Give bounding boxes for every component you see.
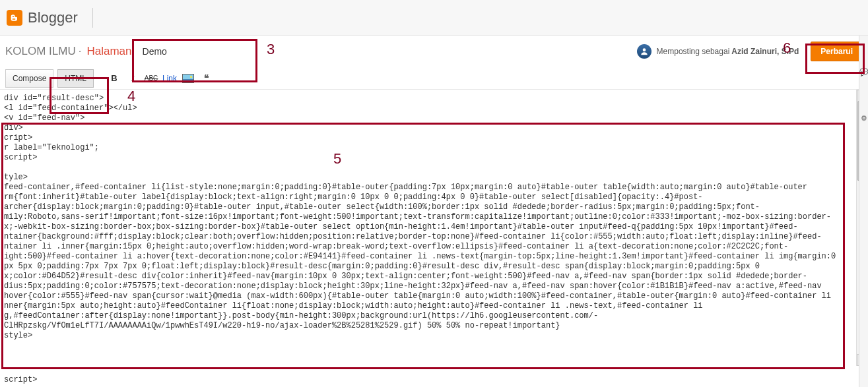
settings-icon[interactable]: ⚙	[859, 108, 868, 128]
brand-label: Blogger	[28, 9, 78, 26]
tab-compose[interactable]: Compose	[5, 69, 53, 88]
image-button[interactable]	[181, 71, 195, 86]
tab-html[interactable]: HTML	[57, 69, 94, 88]
link-button[interactable]: Link	[162, 71, 177, 86]
posting-prefix: Memposting sebagai	[657, 47, 730, 56]
image-icon	[182, 74, 194, 83]
strikethrough-button[interactable]: ABC	[144, 71, 158, 86]
html-editor[interactable]: div id="result-desc"> <l id="feed-contai…	[0, 91, 853, 366]
page-type-link[interactable]: Halaman	[86, 45, 131, 58]
bottom-code: script>	[1, 372, 40, 387]
blog-name: KOLOM ILMU	[5, 45, 76, 58]
app-header: Blogger	[0, 0, 868, 36]
comment-icon[interactable]: 💬	[859, 62, 868, 82]
editor-toolbar: Compose HTML B I ABC Link ❝	[0, 67, 868, 90]
svg-point-0	[642, 48, 646, 51]
posting-user: Azid Zainuri, S.Pd	[731, 47, 799, 56]
header-divider	[92, 8, 93, 28]
posting-as: Memposting sebagai Azid Zainuri, S.Pd Pe…	[637, 42, 863, 61]
avatar[interactable]	[637, 44, 651, 59]
italic-button[interactable]: I	[125, 71, 140, 86]
right-panel: 💬 ⚙	[859, 36, 868, 387]
quote-button[interactable]: ❝	[199, 71, 214, 86]
blogger-logo-icon	[7, 10, 22, 26]
page-title-input[interactable]	[140, 44, 259, 59]
breadcrumb-sep: ·	[79, 45, 82, 58]
bold-button[interactable]: B	[107, 71, 121, 86]
editor-wrap: div id="result-desc"> <l id="feed-contai…	[0, 90, 868, 366]
update-button[interactable]: Perbarui	[811, 42, 863, 61]
title-row: KOLOM ILMU · Halaman Memposting sebagai …	[0, 36, 868, 67]
